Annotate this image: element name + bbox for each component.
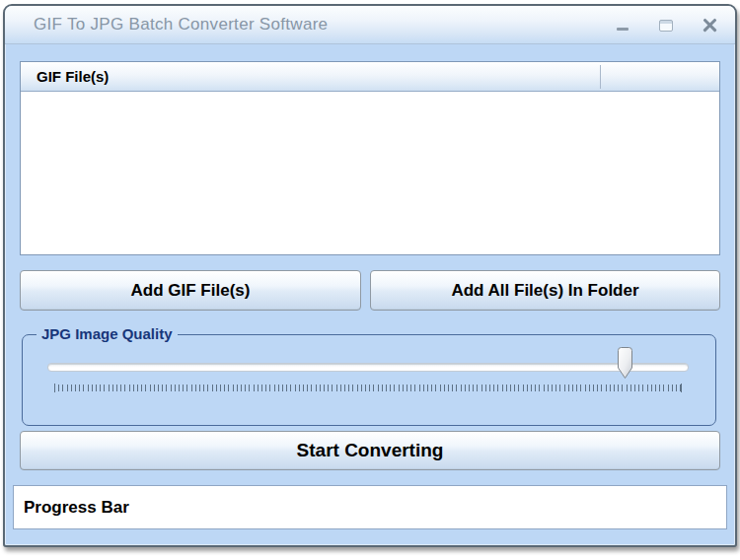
jpg-quality-group-label: JPG Image Quality <box>37 325 178 342</box>
window-title: GIF To JPG Batch Converter Software <box>34 15 328 35</box>
app-window: GIF To JPG Batch Converter Software GIF … <box>3 4 737 547</box>
slider-thumb-icon <box>618 347 632 380</box>
maximize-button[interactable] <box>659 18 674 33</box>
close-icon <box>703 18 717 33</box>
quality-slider-track[interactable] <box>47 363 689 372</box>
list-column-header-label: GIF File(s) <box>37 68 109 85</box>
file-list-body[interactable] <box>21 92 719 254</box>
title-bar[interactable]: GIF To JPG Batch Converter Software <box>5 6 735 44</box>
minimize-button[interactable] <box>616 18 630 33</box>
progress-bar-label: Progress Bar <box>24 498 129 518</box>
add-gif-files-button[interactable]: Add GIF File(s) <box>20 270 361 311</box>
gif-file-list[interactable]: GIF File(s) <box>20 61 720 255</box>
minimize-icon <box>617 28 629 31</box>
progress-bar: Progress Bar <box>13 485 727 529</box>
column-separator <box>600 65 601 89</box>
add-all-files-in-folder-button[interactable]: Add All File(s) In Folder <box>370 270 720 311</box>
quality-slider-thumb[interactable] <box>618 347 632 380</box>
maximize-icon <box>659 20 673 32</box>
start-converting-label: Start Converting <box>297 440 444 461</box>
slider-tick-marks <box>54 385 682 391</box>
add-all-files-in-folder-label: Add All File(s) In Folder <box>451 281 638 301</box>
add-gif-files-label: Add GIF File(s) <box>131 281 251 301</box>
window-controls <box>616 18 717 33</box>
jpg-quality-groupbox: JPG Image Quality <box>22 334 716 426</box>
start-converting-button[interactable]: Start Converting <box>20 431 720 470</box>
close-button[interactable] <box>703 18 717 33</box>
list-column-header[interactable]: GIF File(s) <box>21 62 719 92</box>
